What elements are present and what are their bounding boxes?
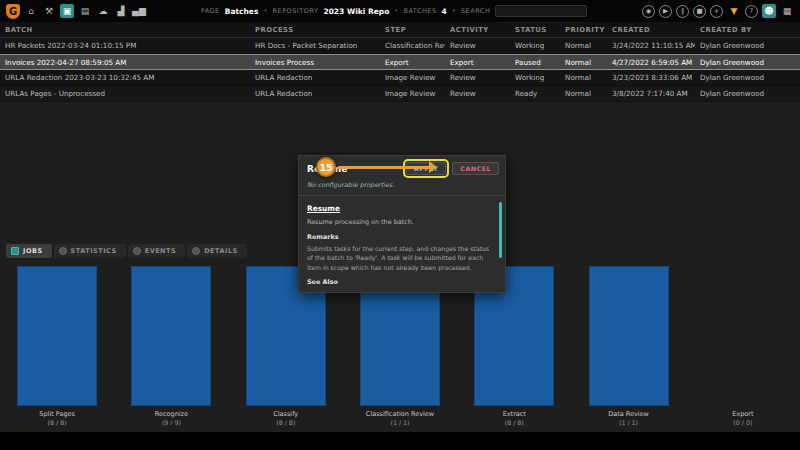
- batches-count-label: BATCHES: [403, 7, 436, 15]
- add-icon[interactable]: +: [710, 5, 723, 18]
- column-header[interactable]: CREATED BY: [695, 26, 800, 34]
- table-row[interactable]: URLAs Pages - UnprocessedURLA RedactionI…: [0, 86, 800, 102]
- column-header[interactable]: PROCESS: [250, 26, 380, 34]
- tab-events[interactable]: EVENTS: [128, 244, 185, 258]
- step-count: (1 / 1): [619, 419, 638, 426]
- cell-priority: Normal: [560, 73, 607, 82]
- step-name: Extract: [503, 410, 526, 418]
- help-icon[interactable]: ?: [745, 5, 758, 18]
- tab-bar: JOBSSTATISTICSEVENTSDETAILS: [6, 244, 247, 258]
- tab-label: JOBS: [23, 247, 43, 255]
- step-name: Data Review: [608, 410, 649, 418]
- batches-icon[interactable]: ▣: [60, 4, 74, 18]
- cell-batch: URLA Redaction 2023-03-23 10:32:45 AM: [0, 73, 250, 82]
- cell-activity: Export: [445, 58, 510, 67]
- cell-step: Image Review: [380, 89, 445, 98]
- cell-status: Working: [510, 41, 560, 50]
- record-icon[interactable]: ◉: [642, 5, 655, 18]
- cell-process: URLA Redaction: [250, 89, 380, 98]
- cloud-icon[interactable]: ☁: [96, 4, 110, 18]
- app-logo[interactable]: G: [6, 4, 20, 19]
- stats-icon[interactable]: ▄▆: [132, 4, 146, 18]
- cell-activity: Review: [445, 89, 510, 98]
- apply-button[interactable]: APPLY: [406, 162, 446, 175]
- step-column: Split Pages(8 / 8): [0, 266, 114, 426]
- column-header[interactable]: PRIORITY: [560, 26, 607, 34]
- search-label: SEARCH: [461, 7, 490, 15]
- page-label: PAGE: [201, 7, 220, 15]
- step-bar[interactable]: [589, 266, 669, 406]
- cell-batch: URLAs Pages - Unprocessed: [0, 89, 250, 98]
- step-bar[interactable]: [131, 266, 211, 406]
- pause-icon[interactable]: ‖: [676, 5, 689, 18]
- separator: •: [263, 7, 267, 15]
- cell-created: 3/23/2023 8:33:06 AM: [607, 73, 695, 82]
- cell-batch: Invoices 2022-04-27 08:59:05 AM: [0, 58, 250, 67]
- step-column: Recognize(9 / 9): [114, 266, 228, 426]
- cell-created_by: Dylan Greenwood: [695, 89, 800, 98]
- step-name: Export: [732, 410, 753, 418]
- cell-priority: Normal: [560, 41, 607, 50]
- cell-step: Export: [380, 58, 445, 67]
- step-count: (8 / 8): [276, 419, 295, 426]
- repository-label: REPOSITORY: [273, 7, 319, 15]
- cell-status: Paused: [510, 58, 560, 67]
- step-bar[interactable]: [17, 266, 97, 406]
- column-header[interactable]: CREATED: [607, 26, 695, 34]
- play-icon[interactable]: ▶: [659, 5, 672, 18]
- table-row[interactable]: URLA Redaction 2023-03-23 10:32:45 AMURL…: [0, 70, 800, 86]
- archive-icon[interactable]: ▤: [78, 4, 92, 18]
- column-header[interactable]: ACTIVITY: [445, 26, 510, 34]
- column-header[interactable]: BATCH: [0, 26, 250, 34]
- topbar-right-icons: ◉▶‖■+▼?☻▦: [642, 4, 794, 18]
- stop-icon[interactable]: ■: [693, 5, 706, 18]
- step-count: (9 / 9): [162, 419, 181, 426]
- app-window: G ⌂⚒▣▤☁▟▄▆ PAGE Batches • REPOSITORY 202…: [0, 0, 800, 450]
- cell-created_by: Dylan Greenwood: [695, 58, 800, 67]
- topbar-left-icons: G ⌂⚒▣▤☁▟▄▆: [6, 4, 146, 19]
- filter-icon[interactable]: ▼: [727, 4, 741, 18]
- main-area: JOBSSTATISTICSEVENTSDETAILS Split Pages(…: [0, 102, 800, 432]
- cell-activity: Review: [445, 41, 510, 50]
- table-row[interactable]: Invoices 2022-04-27 08:59:05 AMInvoices …: [0, 54, 800, 70]
- table-row[interactable]: HR Packets 2022-03-24 01:10:15 PMHR Docs…: [0, 38, 800, 54]
- cell-process: URLA Redaction: [250, 73, 380, 82]
- help-title: Resume: [307, 204, 493, 213]
- tools-icon[interactable]: ⚒: [42, 4, 56, 18]
- column-header[interactable]: STEP: [380, 26, 445, 34]
- step-count: (8 / 8): [505, 419, 524, 426]
- remarks-text: Submits tasks for the current step, and …: [307, 244, 493, 272]
- tab-jobs[interactable]: JOBS: [6, 244, 52, 258]
- cancel-button[interactable]: CANCEL: [452, 162, 499, 175]
- step-count: (0 / 0): [733, 419, 752, 426]
- tab-label: STATISTICS: [71, 247, 117, 255]
- help-scrollbar[interactable]: [499, 202, 502, 258]
- chart-icon[interactable]: ▟: [114, 4, 128, 18]
- column-header[interactable]: STATUS: [510, 26, 560, 34]
- home-icon[interactable]: ⌂: [24, 4, 38, 18]
- help-description: Resume processing on the batch.: [307, 218, 493, 226]
- step-column: Export(0 / 0): [686, 266, 800, 426]
- tab-details[interactable]: DETAILS: [187, 244, 247, 258]
- cell-batch: HR Packets 2022-03-24 01:10:15 PM: [0, 41, 250, 50]
- bottom-bar: [0, 432, 800, 450]
- batches-count-value: 4: [442, 7, 447, 16]
- repository-value[interactable]: 2023 Wiki Repo: [323, 7, 389, 16]
- topbar: G ⌂⚒▣▤☁▟▄▆ PAGE Batches • REPOSITORY 202…: [0, 0, 800, 22]
- search-input[interactable]: [495, 5, 587, 17]
- tab-label: DETAILS: [204, 247, 238, 255]
- table-header: BATCHPROCESSSTEPACTIVITYSTATUSPRIORITYCR…: [0, 22, 800, 38]
- separator: •: [394, 7, 398, 15]
- separator: •: [452, 7, 456, 15]
- remarks-heading: Remarks: [307, 233, 493, 241]
- help-panel: Resume Resume processing on the batch. R…: [299, 196, 505, 286]
- cell-created: 3/8/2022 7:17:40 AM: [607, 89, 695, 98]
- apps-grid-icon[interactable]: ▦: [780, 4, 794, 18]
- user-icon[interactable]: ☻: [762, 4, 776, 18]
- tab-statistics[interactable]: STATISTICS: [54, 244, 126, 258]
- step-name: Classification Review: [366, 410, 434, 418]
- no-properties-text: No configurable properties.: [299, 178, 505, 196]
- statistics-icon: [59, 247, 67, 255]
- step-count: (8 / 8): [48, 419, 67, 426]
- step-column: Data Review(1 / 1): [571, 266, 685, 426]
